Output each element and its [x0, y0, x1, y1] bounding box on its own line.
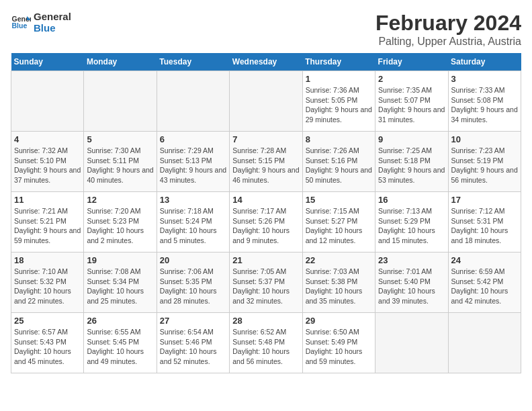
weekday-header-cell: Wednesday [230, 53, 302, 71]
day-info: Sunrise: 7:13 AM Sunset: 5:29 PM Dayligh… [378, 206, 445, 246]
day-info: Sunrise: 7:30 AM Sunset: 5:11 PM Dayligh… [87, 146, 153, 185]
weekday-header-cell: Sunday [11, 53, 84, 71]
day-number: 10 [451, 134, 518, 144]
calendar-cell: 5Sunrise: 7:30 AM Sunset: 5:11 PM Daylig… [84, 132, 157, 192]
day-number: 24 [451, 255, 518, 265]
day-info: Sunrise: 7:32 AM Sunset: 5:10 PM Dayligh… [14, 146, 81, 185]
svg-text:Blue: Blue [12, 21, 28, 30]
day-info: Sunrise: 7:21 AM Sunset: 5:21 PM Dayligh… [14, 206, 81, 246]
calendar-cell: 12Sunrise: 7:20 AM Sunset: 5:23 PM Dayli… [84, 192, 157, 253]
day-info: Sunrise: 6:55 AM Sunset: 5:45 PM Dayligh… [87, 327, 153, 367]
day-number: 29 [306, 316, 372, 326]
day-number: 20 [160, 255, 226, 265]
calendar-cell: 18Sunrise: 7:10 AM Sunset: 5:32 PM Dayli… [11, 253, 84, 313]
day-info: Sunrise: 7:08 AM Sunset: 5:34 PM Dayligh… [87, 267, 153, 306]
calendar-cell [157, 71, 229, 132]
weekday-header-cell: Monday [84, 53, 157, 71]
day-number: 4 [14, 134, 81, 144]
calendar-cell: 11Sunrise: 7:21 AM Sunset: 5:21 PM Dayli… [11, 192, 84, 253]
day-info: Sunrise: 7:36 AM Sunset: 5:05 PM Dayligh… [306, 85, 372, 125]
title-block: February 2024 Palting, Upper Austria, Au… [375, 11, 521, 48]
calendar-subtitle: Palting, Upper Austria, Austria [375, 36, 521, 48]
calendar-table: SundayMondayTuesdayWednesdayThursdayFrid… [11, 53, 521, 373]
day-info: Sunrise: 7:33 AM Sunset: 5:08 PM Dayligh… [451, 85, 518, 125]
day-number: 16 [378, 195, 445, 205]
day-number: 12 [87, 195, 153, 205]
calendar-cell [84, 71, 157, 132]
calendar-cell: 4Sunrise: 7:32 AM Sunset: 5:10 PM Daylig… [11, 132, 84, 192]
day-number: 17 [451, 195, 518, 205]
day-info: Sunrise: 7:28 AM Sunset: 5:15 PM Dayligh… [232, 146, 299, 185]
calendar-cell [448, 313, 521, 373]
calendar-cell: 8Sunrise: 7:26 AM Sunset: 5:16 PM Daylig… [302, 132, 375, 192]
day-info: Sunrise: 7:23 AM Sunset: 5:19 PM Dayligh… [451, 146, 518, 185]
weekday-header-cell: Friday [375, 53, 448, 71]
day-info: Sunrise: 6:59 AM Sunset: 5:42 PM Dayligh… [451, 267, 518, 306]
calendar-cell: 21Sunrise: 7:05 AM Sunset: 5:37 PM Dayli… [230, 253, 302, 313]
weekday-header-cell: Saturday [448, 53, 521, 71]
calendar-cell [375, 313, 448, 373]
day-info: Sunrise: 7:03 AM Sunset: 5:38 PM Dayligh… [306, 267, 372, 306]
day-number: 2 [378, 74, 445, 84]
calendar-week-row: 1Sunrise: 7:36 AM Sunset: 5:05 PM Daylig… [11, 71, 521, 132]
calendar-cell: 16Sunrise: 7:13 AM Sunset: 5:29 PM Dayli… [375, 192, 448, 253]
calendar-cell: 17Sunrise: 7:12 AM Sunset: 5:31 PM Dayli… [448, 192, 521, 253]
day-info: Sunrise: 7:35 AM Sunset: 5:07 PM Dayligh… [378, 85, 445, 125]
day-number: 22 [306, 255, 372, 265]
day-number: 19 [87, 255, 153, 265]
calendar-cell: 24Sunrise: 6:59 AM Sunset: 5:42 PM Dayli… [448, 253, 521, 313]
day-info: Sunrise: 7:25 AM Sunset: 5:18 PM Dayligh… [378, 146, 445, 185]
calendar-cell: 2Sunrise: 7:35 AM Sunset: 5:07 PM Daylig… [375, 71, 448, 132]
weekday-header-cell: Tuesday [157, 53, 229, 71]
day-number: 7 [232, 134, 299, 144]
day-number: 3 [451, 74, 518, 84]
day-number: 27 [160, 316, 226, 326]
calendar-cell: 10Sunrise: 7:23 AM Sunset: 5:19 PM Dayli… [448, 132, 521, 192]
calendar-title: February 2024 [375, 11, 521, 36]
day-number: 26 [87, 316, 153, 326]
day-info: Sunrise: 7:18 AM Sunset: 5:24 PM Dayligh… [160, 206, 226, 246]
calendar-cell: 7Sunrise: 7:28 AM Sunset: 5:15 PM Daylig… [230, 132, 302, 192]
day-number: 15 [306, 195, 372, 205]
calendar-cell: 3Sunrise: 7:33 AM Sunset: 5:08 PM Daylig… [448, 71, 521, 132]
weekday-header-row: SundayMondayTuesdayWednesdayThursdayFrid… [11, 53, 521, 71]
calendar-body: 1Sunrise: 7:36 AM Sunset: 5:05 PM Daylig… [11, 71, 521, 373]
calendar-week-row: 4Sunrise: 7:32 AM Sunset: 5:10 PM Daylig… [11, 132, 521, 192]
day-number: 5 [87, 134, 153, 144]
day-info: Sunrise: 6:52 AM Sunset: 5:48 PM Dayligh… [232, 327, 299, 367]
calendar-cell [11, 71, 84, 132]
calendar-cell: 23Sunrise: 7:01 AM Sunset: 5:40 PM Dayli… [375, 253, 448, 313]
logo: General Blue General Blue [11, 11, 71, 34]
day-number: 21 [232, 255, 299, 265]
day-info: Sunrise: 7:10 AM Sunset: 5:32 PM Dayligh… [14, 267, 81, 306]
day-number: 11 [14, 195, 81, 205]
calendar-cell: 26Sunrise: 6:55 AM Sunset: 5:45 PM Dayli… [84, 313, 157, 373]
calendar-cell: 1Sunrise: 7:36 AM Sunset: 5:05 PM Daylig… [302, 71, 375, 132]
calendar-cell: 9Sunrise: 7:25 AM Sunset: 5:18 PM Daylig… [375, 132, 448, 192]
day-number: 9 [378, 134, 445, 144]
calendar-cell: 27Sunrise: 6:54 AM Sunset: 5:46 PM Dayli… [157, 313, 229, 373]
day-info: Sunrise: 7:29 AM Sunset: 5:13 PM Dayligh… [160, 146, 226, 185]
day-info: Sunrise: 6:57 AM Sunset: 5:43 PM Dayligh… [14, 327, 81, 367]
logo-icon: General Blue [11, 12, 31, 32]
calendar-cell [230, 71, 302, 132]
day-number: 6 [160, 134, 226, 144]
weekday-header-cell: Thursday [302, 53, 375, 71]
day-info: Sunrise: 7:20 AM Sunset: 5:23 PM Dayligh… [87, 206, 153, 246]
calendar-week-row: 25Sunrise: 6:57 AM Sunset: 5:43 PM Dayli… [11, 313, 521, 373]
logo-line1: General [34, 11, 71, 22]
calendar-cell: 29Sunrise: 6:50 AM Sunset: 5:49 PM Dayli… [302, 313, 375, 373]
logo-line2: Blue [34, 22, 71, 34]
day-info: Sunrise: 7:06 AM Sunset: 5:35 PM Dayligh… [160, 267, 226, 306]
calendar-cell: 14Sunrise: 7:17 AM Sunset: 5:26 PM Dayli… [230, 192, 302, 253]
day-number: 28 [232, 316, 299, 326]
calendar-cell: 25Sunrise: 6:57 AM Sunset: 5:43 PM Dayli… [11, 313, 84, 373]
day-number: 23 [378, 255, 445, 265]
calendar-cell: 28Sunrise: 6:52 AM Sunset: 5:48 PM Dayli… [230, 313, 302, 373]
day-info: Sunrise: 7:01 AM Sunset: 5:40 PM Dayligh… [378, 267, 445, 306]
calendar-cell: 19Sunrise: 7:08 AM Sunset: 5:34 PM Dayli… [84, 253, 157, 313]
calendar-cell: 6Sunrise: 7:29 AM Sunset: 5:13 PM Daylig… [157, 132, 229, 192]
calendar-week-row: 18Sunrise: 7:10 AM Sunset: 5:32 PM Dayli… [11, 253, 521, 313]
calendar-cell: 15Sunrise: 7:15 AM Sunset: 5:27 PM Dayli… [302, 192, 375, 253]
day-info: Sunrise: 7:12 AM Sunset: 5:31 PM Dayligh… [451, 206, 518, 246]
